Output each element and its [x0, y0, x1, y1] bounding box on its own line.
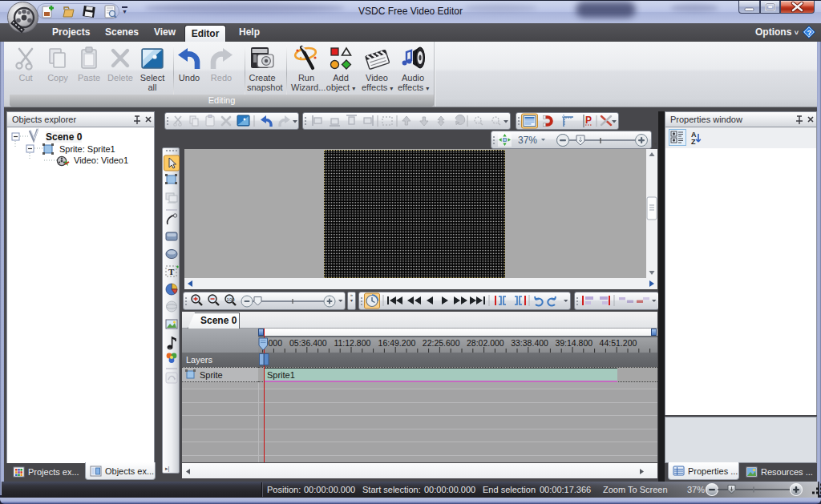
svg-text:37%: 37% [518, 135, 537, 146]
svg-text:39:14.800: 39:14.800 [555, 338, 592, 348]
svg-text:P: P [585, 115, 592, 126]
svg-text:33:38.400: 33:38.400 [511, 338, 548, 348]
svg-text:T: T [168, 267, 175, 276]
svg-text:16:49.200: 16:49.200 [378, 338, 416, 348]
svg-text:11:12.800: 11:12.800 [334, 338, 370, 348]
svg-text:100: 100 [227, 297, 236, 302]
svg-text:?: ? [807, 28, 812, 37]
svg-text:000: 000 [269, 338, 283, 348]
svg-text:28:02.000: 28:02.000 [467, 338, 504, 348]
svg-text:05:36.400: 05:36.400 [289, 338, 327, 348]
svg-text:44:51.200: 44:51.200 [600, 338, 637, 348]
svg-text:22:25.600: 22:25.600 [423, 338, 460, 348]
svg-text:Z: Z [691, 138, 696, 146]
